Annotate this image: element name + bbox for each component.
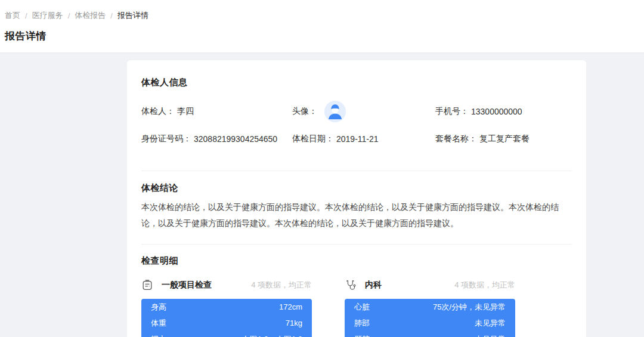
field-checkup-date: 体检日期： 2019-11-21 bbox=[292, 125, 435, 153]
detail-groups: 一般项目检查 4 项数据，均正常 身高 172cm 体重 71kg bbox=[141, 279, 572, 337]
details-heading: 检查明细 bbox=[141, 255, 572, 267]
breadcrumb-separator: / bbox=[25, 11, 27, 20]
breadcrumb-item-medical-service[interactable]: 医疗服务 bbox=[32, 10, 63, 21]
breadcrumb-separator: / bbox=[110, 11, 113, 20]
conclusion-text: 本次体检的结论，以及关于健康方面的指导建议。本次体检的结论，以及关于健康方面的指… bbox=[141, 199, 572, 231]
examinee-name: 李四 bbox=[177, 106, 194, 117]
field-phone: 手机号： 13300000000 bbox=[435, 98, 572, 125]
group-summary: 4 项数据，均正常 bbox=[454, 280, 515, 290]
breadcrumb-item-report-detail: 报告详情 bbox=[117, 10, 148, 21]
conclusion-heading: 体检结论 bbox=[141, 183, 572, 194]
breadcrumb-separator: / bbox=[68, 11, 70, 20]
row-value: 71kg bbox=[286, 319, 302, 327]
row-label: 肺部 bbox=[354, 318, 370, 329]
field-label: 体检人： bbox=[141, 106, 175, 117]
avatar-icon bbox=[324, 101, 346, 122]
page-title: 报告详情 bbox=[5, 29, 634, 43]
breadcrumb: 首页 / 医疗服务 / 体检报告 / 报告详情 bbox=[5, 10, 634, 21]
row-value: 75次/分钟，未见异常 bbox=[433, 302, 506, 313]
stethoscope-icon bbox=[345, 279, 357, 291]
field-label: 套餐名称： bbox=[435, 134, 477, 144]
page-header: 首页 / 医疗服务 / 体检报告 / 报告详情 报告详情 bbox=[0, 0, 644, 53]
profile-section: 体检人信息 体检人： 李四 头像： bbox=[141, 60, 572, 171]
table-row: 体重 71kg bbox=[141, 315, 312, 331]
row-value: 未见异常 bbox=[475, 334, 506, 337]
row-label: 体重 bbox=[151, 318, 166, 329]
detail-group-internal-medicine: 内科 4 项数据，均正常 心脏 75次/分钟，未见异常 肺部 未见异常 bbox=[345, 279, 515, 337]
report-icon bbox=[141, 279, 153, 291]
table-row: 心脏 75次/分钟，未见异常 bbox=[345, 299, 515, 315]
report-card: 体检人信息 体检人： 李四 头像： bbox=[127, 60, 586, 337]
profile-heading: 体检人信息 bbox=[141, 77, 572, 88]
package-name: 复工复产套餐 bbox=[479, 134, 530, 144]
group-title: 内科 bbox=[365, 280, 382, 290]
row-label: 肝脏 bbox=[354, 334, 370, 337]
field-label: 体检日期： bbox=[292, 134, 334, 144]
group-header: 内科 4 项数据，均正常 bbox=[345, 279, 515, 292]
row-value: 未见异常 bbox=[475, 318, 506, 329]
field-label: 身份证号码： bbox=[141, 134, 191, 144]
row-value: 172cm bbox=[279, 302, 302, 311]
profile-grid: 体检人： 李四 头像： 手机号 bbox=[141, 98, 572, 153]
row-label: 视力 bbox=[151, 334, 166, 337]
table-row: 肝脏 未见异常 bbox=[345, 331, 515, 337]
row-label: 身高 bbox=[151, 302, 166, 313]
details-section: 检查明细 一般项目检 bbox=[141, 245, 572, 337]
row-label: 心脏 bbox=[354, 302, 370, 313]
group-summary: 4 项数据，均正常 bbox=[251, 280, 312, 290]
detail-group-general: 一般项目检查 4 项数据，均正常 身高 172cm 体重 71kg bbox=[141, 279, 312, 337]
checkup-date: 2019-11-21 bbox=[336, 134, 379, 144]
field-label: 手机号： bbox=[435, 106, 469, 117]
field-label: 头像： bbox=[292, 106, 317, 117]
id-number: 320882199304254650 bbox=[194, 134, 277, 144]
detail-table-general: 身高 172cm 体重 71kg 视力 左眼1.0，右眼1.2 bbox=[141, 299, 312, 337]
row-value: 左眼1.0，右眼1.2 bbox=[242, 334, 302, 337]
field-examinee: 体检人： 李四 bbox=[141, 98, 292, 125]
table-row: 肺部 未见异常 bbox=[345, 315, 515, 331]
group-header: 一般项目检查 4 项数据，均正常 bbox=[141, 279, 312, 292]
phone-number: 13300000000 bbox=[471, 107, 522, 116]
table-row: 身高 172cm bbox=[141, 299, 312, 315]
detail-table-internal-medicine: 心脏 75次/分钟，未见异常 肺部 未见异常 肝脏 未见异常 bbox=[345, 299, 515, 337]
table-row: 视力 左眼1.0，右眼1.2 bbox=[141, 331, 312, 337]
group-title: 一般项目检查 bbox=[162, 280, 212, 290]
conclusion-section: 体检结论 本次体检的结论，以及关于健康方面的指导建议。本次体检的结论，以及关于健… bbox=[141, 171, 572, 244]
breadcrumb-item-home[interactable]: 首页 bbox=[5, 10, 20, 21]
main-content: 体检人信息 体检人： 李四 头像： bbox=[0, 53, 644, 337]
field-avatar: 头像： bbox=[292, 98, 435, 125]
field-package: 套餐名称： 复工复产套餐 bbox=[435, 125, 572, 153]
field-id-number: 身份证号码： 320882199304254650 bbox=[141, 125, 292, 153]
breadcrumb-item-checkup-report[interactable]: 体检报告 bbox=[75, 10, 106, 21]
